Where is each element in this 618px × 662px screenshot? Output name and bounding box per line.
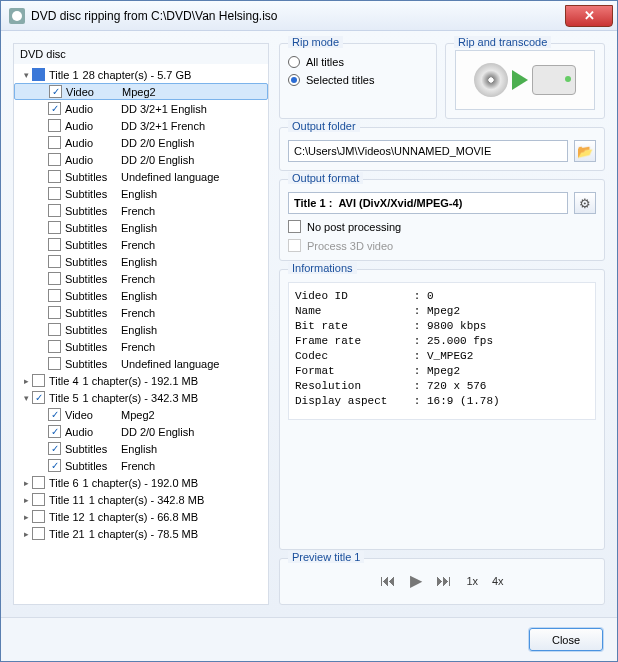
tree-row[interactable]: SubtitlesFrench xyxy=(14,236,268,253)
tree-checkbox[interactable] xyxy=(48,323,61,336)
close-button[interactable]: Close xyxy=(529,628,603,651)
tree-row[interactable]: AudioDD 3/2+1 French xyxy=(14,117,268,134)
tree-checkbox[interactable] xyxy=(32,527,45,540)
tree-checkbox[interactable]: ✓ xyxy=(48,425,61,438)
tree-header: DVD disc xyxy=(14,44,268,64)
format-settings-button[interactable]: ⚙ xyxy=(574,192,596,214)
preview-title: Preview title 1 xyxy=(288,551,364,563)
tree-twisty-icon[interactable]: ▸ xyxy=(20,478,32,488)
tree-label: SubtitlesEnglish xyxy=(65,290,157,302)
tree-label: Title 121 chapter(s) - 66.8 MB xyxy=(49,511,198,523)
speed-4x-button[interactable]: 4x xyxy=(492,575,504,587)
info-title: Informations xyxy=(288,262,357,274)
tree-checkbox[interactable] xyxy=(48,272,61,285)
tree-checkbox[interactable]: ✓ xyxy=(32,391,45,404)
tree-checkbox[interactable] xyxy=(48,153,61,166)
tree-row[interactable]: ▸Title 111 chapter(s) - 342.8 MB xyxy=(14,491,268,508)
window-close-button[interactable]: ✕ xyxy=(565,5,613,27)
tree-checkbox[interactable] xyxy=(32,374,45,387)
browse-folder-button[interactable]: 📂 xyxy=(574,140,596,162)
tree-checkbox[interactable] xyxy=(48,238,61,251)
tree-view[interactable]: ▾Title 128 chapter(s) - 5.7 GB✓VideoMpeg… xyxy=(14,64,268,604)
transcode-group: Rip and transcode xyxy=(445,43,605,119)
tree-checkbox[interactable]: ✓ xyxy=(48,102,61,115)
tree-checkbox[interactable] xyxy=(48,289,61,302)
tree-row[interactable]: SubtitlesEnglish xyxy=(14,185,268,202)
tree-checkbox[interactable] xyxy=(48,136,61,149)
tree-checkbox[interactable] xyxy=(48,357,61,370)
tree-checkbox[interactable]: ✓ xyxy=(48,459,61,472)
tree-row[interactable]: SubtitlesFrench xyxy=(14,338,268,355)
tree-row[interactable]: SubtitlesEnglish xyxy=(14,287,268,304)
tree-label: SubtitlesFrench xyxy=(65,205,155,217)
tree-row[interactable]: ▸Title 121 chapter(s) - 66.8 MB xyxy=(14,508,268,525)
tree-checkbox[interactable] xyxy=(32,476,45,489)
transcode-title: Rip and transcode xyxy=(454,36,551,48)
tree-label: AudioDD 2/0 English xyxy=(65,426,194,438)
tree-row[interactable]: ▸Title 41 chapter(s) - 192.1 MB xyxy=(14,372,268,389)
no-post-label: No post processing xyxy=(307,221,401,233)
transcode-button[interactable] xyxy=(455,50,595,110)
process-3d-label: Process 3D video xyxy=(307,240,393,252)
tree-row[interactable]: ▾Title 128 chapter(s) - 5.7 GB xyxy=(14,66,268,83)
tree-twisty-icon[interactable]: ▾ xyxy=(20,393,32,403)
tree-checkbox[interactable] xyxy=(48,170,61,183)
tree-label: Title 128 chapter(s) - 5.7 GB xyxy=(49,69,191,81)
footer: Close xyxy=(1,617,617,661)
tree-row[interactable]: ✓SubtitlesEnglish xyxy=(14,440,268,457)
tree-checkbox[interactable] xyxy=(48,255,61,268)
tree-row[interactable]: SubtitlesFrench xyxy=(14,270,268,287)
tree-row[interactable]: ✓SubtitlesFrench xyxy=(14,457,268,474)
all-titles-radio[interactable] xyxy=(288,56,300,68)
tree-row[interactable]: AudioDD 2/0 English xyxy=(14,151,268,168)
format-display[interactable]: Title 1 : AVI (DivX/Xvid/MPEG-4) xyxy=(288,192,568,214)
tree-twisty-icon[interactable]: ▸ xyxy=(20,495,32,505)
output-folder-input[interactable] xyxy=(288,140,568,162)
play-button[interactable]: ▶ xyxy=(410,571,422,590)
tree-checkbox[interactable] xyxy=(48,187,61,200)
tree-checkbox[interactable] xyxy=(32,510,45,523)
tree-row[interactable]: ▸Title 211 chapter(s) - 78.5 MB xyxy=(14,525,268,542)
tree-label: Title 61 chapter(s) - 192.0 MB xyxy=(49,477,198,489)
tree-checkbox[interactable] xyxy=(32,493,45,506)
selected-titles-radio[interactable] xyxy=(288,74,300,86)
tree-row[interactable]: AudioDD 2/0 English xyxy=(14,134,268,151)
tree-row[interactable]: ✓AudioDD 3/2+1 English xyxy=(14,100,268,117)
tree-twisty-icon[interactable]: ▸ xyxy=(20,529,32,539)
tree-twisty-icon[interactable]: ▾ xyxy=(20,70,32,80)
tree-row[interactable]: ✓VideoMpeg2 xyxy=(14,406,268,423)
tree-row[interactable]: ✓VideoMpeg2 xyxy=(14,83,268,100)
info-line: Bit rate : 9800 kbps xyxy=(295,319,589,334)
tree-checkbox[interactable] xyxy=(48,306,61,319)
next-frame-button[interactable]: ⏭ xyxy=(436,572,452,590)
tree-checkbox[interactable] xyxy=(48,204,61,217)
tree-checkbox[interactable]: ✓ xyxy=(48,442,61,455)
speed-1x-button[interactable]: 1x xyxy=(466,575,478,587)
tree-row[interactable]: SubtitlesUndefined language xyxy=(14,355,268,372)
tree-row[interactable]: SubtitlesEnglish xyxy=(14,253,268,270)
info-line: Codec : V_MPEG2 xyxy=(295,349,589,364)
output-format-title: Output format xyxy=(288,172,363,184)
prev-frame-button[interactable]: ⏮ xyxy=(380,572,396,590)
tree-checkbox[interactable] xyxy=(48,340,61,353)
tree-row[interactable]: ▸Title 61 chapter(s) - 192.0 MB xyxy=(14,474,268,491)
tree-checkbox[interactable]: ✓ xyxy=(49,85,62,98)
no-post-checkbox[interactable] xyxy=(288,220,301,233)
tree-row[interactable]: SubtitlesFrench xyxy=(14,304,268,321)
tree-label: Title 41 chapter(s) - 192.1 MB xyxy=(49,375,198,387)
tree-label: SubtitlesEnglish xyxy=(65,222,157,234)
format-title-label: Title 1 : xyxy=(294,197,332,209)
tree-checkbox[interactable] xyxy=(48,119,61,132)
tree-row[interactable]: ▾✓Title 51 chapter(s) - 342.3 MB xyxy=(14,389,268,406)
selected-titles-label: Selected titles xyxy=(306,74,374,86)
tree-twisty-icon[interactable]: ▸ xyxy=(20,376,32,386)
tree-row[interactable]: SubtitlesUndefined language xyxy=(14,168,268,185)
tree-checkbox[interactable]: ✓ xyxy=(48,408,61,421)
tree-row[interactable]: SubtitlesFrench xyxy=(14,202,268,219)
tree-row[interactable]: SubtitlesEnglish xyxy=(14,321,268,338)
tree-row[interactable]: ✓AudioDD 2/0 English xyxy=(14,423,268,440)
tree-twisty-icon[interactable]: ▸ xyxy=(20,512,32,522)
tree-checkbox[interactable] xyxy=(48,221,61,234)
tree-checkbox[interactable] xyxy=(32,68,45,81)
tree-row[interactable]: SubtitlesEnglish xyxy=(14,219,268,236)
